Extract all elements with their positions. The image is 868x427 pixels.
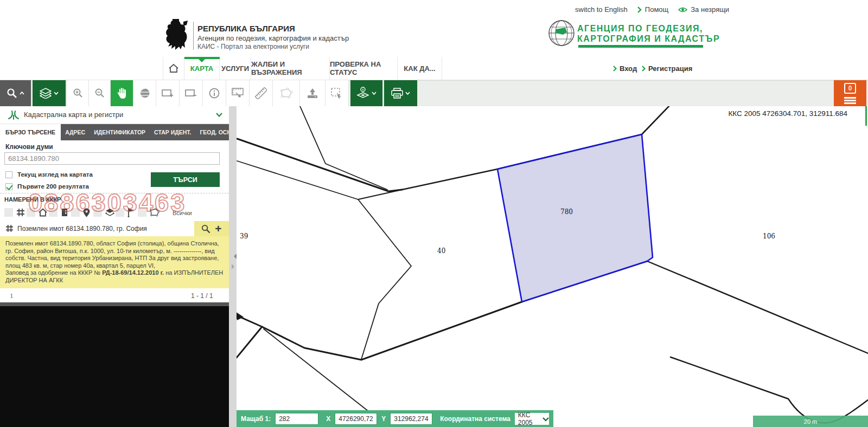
parcel-label: 39 bbox=[240, 232, 248, 240]
chevron-down-icon bbox=[372, 92, 376, 95]
switch-language-link[interactable]: switch to English bbox=[575, 5, 628, 14]
measure-area-button[interactable] bbox=[226, 80, 250, 106]
register-label: Регистрация bbox=[648, 64, 692, 73]
cart-menu-button[interactable]: 0 bbox=[834, 80, 866, 106]
nav-tab-how-to[interactable]: КАК ДА... bbox=[398, 57, 442, 80]
tab-address[interactable]: АДРЕС bbox=[61, 124, 90, 140]
cadastral-map-graphics[interactable] bbox=[237, 106, 868, 427]
login-label: Вход bbox=[620, 64, 637, 73]
panel-empty-area bbox=[0, 306, 229, 427]
map-pin-filter-icon[interactable] bbox=[83, 208, 90, 217]
print-button[interactable] bbox=[384, 80, 418, 106]
home-icon bbox=[168, 63, 179, 73]
highlighted-parcel-780[interactable] bbox=[497, 134, 653, 302]
current-view-label: Текущ изглед на картата bbox=[17, 171, 93, 178]
first-200-checkbox[interactable] bbox=[5, 183, 12, 190]
filter-chip-none[interactable] bbox=[4, 208, 13, 217]
menu-line bbox=[844, 102, 856, 104]
agency-logo-underline bbox=[578, 45, 703, 48]
page-number[interactable]: 1 bbox=[10, 292, 14, 300]
chevron-down-icon bbox=[405, 92, 410, 95]
search-icon bbox=[7, 88, 17, 99]
search-submit-button[interactable]: ТЪРСИ bbox=[151, 172, 220, 187]
printer-icon bbox=[391, 88, 403, 99]
keywords-label: Ключови думи bbox=[5, 143, 53, 151]
search-tool-button[interactable] bbox=[0, 80, 31, 106]
tab-label: АДРЕС bbox=[65, 129, 85, 135]
first-200-label: Първите 200 резултата bbox=[17, 183, 89, 190]
nav-label: КАРТА bbox=[190, 64, 213, 73]
zoom-to-result-icon[interactable] bbox=[201, 224, 210, 234]
filter-chip-building[interactable] bbox=[49, 208, 58, 217]
home-filter-icon[interactable] bbox=[39, 208, 47, 217]
grid-filter-icon[interactable] bbox=[16, 208, 25, 217]
filter-all-link[interactable]: Всички bbox=[173, 210, 192, 216]
result-detail-text: Поземлен имот 68134.1890.780, област Соф… bbox=[5, 240, 219, 269]
y-label: Y bbox=[381, 415, 386, 423]
page-range: 1 - 1 / 1 bbox=[191, 292, 213, 300]
nav-tab-status-check[interactable]: ПРОВЕРКА НА СТАТУС bbox=[330, 57, 398, 80]
filter-chip-parcel[interactable] bbox=[27, 208, 35, 217]
tab-label: БЪРЗО ТЪРСЕНЕ bbox=[5, 129, 55, 135]
layers-filter-icon[interactable] bbox=[105, 208, 114, 217]
building-filter-icon[interactable] bbox=[61, 208, 68, 217]
eye-icon bbox=[678, 7, 687, 13]
filter-chip-layers[interactable] bbox=[93, 208, 102, 217]
register-link[interactable]: Регистрация bbox=[642, 64, 692, 73]
nav-home-button[interactable] bbox=[163, 57, 184, 80]
zoom-out-button[interactable] bbox=[89, 80, 111, 106]
nav-tab-complaints[interactable]: ЖАЛБИ И ВЪЗРАЖЕНИЯ bbox=[251, 57, 330, 80]
filter-chip-polygon[interactable] bbox=[138, 208, 146, 217]
cadastral-map-icon[interactable] bbox=[8, 110, 20, 120]
draw-polygon-button[interactable] bbox=[273, 80, 300, 106]
parcel-label: 780 bbox=[560, 208, 573, 216]
ruler-icon bbox=[255, 87, 267, 99]
pan-tool-button[interactable] bbox=[111, 80, 133, 106]
crs-value: ККС 2005 bbox=[518, 411, 546, 426]
layers-tool-button[interactable] bbox=[33, 80, 66, 106]
select-features-button[interactable] bbox=[326, 80, 349, 106]
help-link[interactable]: Помощ bbox=[637, 5, 668, 14]
zoom-in-button[interactable] bbox=[67, 80, 89, 106]
measure-area-icon bbox=[232, 88, 244, 99]
rect-zoom-in-icon bbox=[162, 88, 174, 98]
add-result-icon[interactable]: + bbox=[215, 223, 221, 234]
filter-chip-flag[interactable] bbox=[116, 208, 124, 217]
accessibility-link[interactable]: За незрящи bbox=[678, 5, 729, 14]
zoom-rect-in-button[interactable] bbox=[156, 80, 180, 106]
current-view-checkbox[interactable] bbox=[5, 171, 12, 178]
zoom-rect-out-button[interactable] bbox=[180, 80, 203, 106]
measure-distance-button[interactable] bbox=[250, 80, 273, 106]
polygon-filter-icon[interactable] bbox=[150, 208, 159, 217]
panel-collapse-chevron-icon[interactable] bbox=[216, 113, 222, 117]
result-order-number: РД-18-69/14.12.2010 г. bbox=[102, 269, 164, 276]
map-edge-marker bbox=[865, 106, 867, 126]
world-extent-button[interactable] bbox=[133, 80, 156, 106]
login-link[interactable]: Вход bbox=[613, 64, 637, 73]
portal-subtitle: КАИС - Портал за електронни услуги bbox=[197, 43, 309, 50]
keywords-input[interactable] bbox=[4, 152, 220, 165]
result-detail-box: Поземлен имот 68134.1890.780, област Соф… bbox=[0, 236, 229, 288]
identify-layers-button[interactable] bbox=[350, 80, 383, 106]
nav-tab-services[interactable]: УСЛУГИ bbox=[220, 57, 251, 80]
agency-logo-line2: КАРТОГРАФИЯ И КАДАСТЪР bbox=[577, 34, 720, 44]
cursor-coordinates-readout: ККС 2005 4726304.701, 312911.684 bbox=[722, 109, 847, 118]
tab-quick-search[interactable]: БЪРЗО ТЪРСЕНЕ bbox=[0, 124, 61, 140]
y-coordinate-input[interactable] bbox=[390, 413, 432, 425]
identify-layers-icon bbox=[356, 87, 369, 100]
tab-old-identifier[interactable]: СТАР ИДЕНТ. bbox=[150, 124, 195, 140]
upload-button[interactable] bbox=[300, 80, 326, 106]
result-order-prefix: Заповед за одобрение на КККР № bbox=[5, 269, 102, 276]
info-tool-button[interactable] bbox=[203, 80, 226, 106]
chevron-up-icon bbox=[20, 92, 24, 95]
crs-select-chevron-icon[interactable] bbox=[542, 417, 549, 422]
flag-filter-icon[interactable] bbox=[127, 208, 135, 217]
x-coordinate-input[interactable] bbox=[335, 413, 377, 425]
hand-pan-icon bbox=[117, 87, 127, 99]
tab-identifier[interactable]: ИДЕНТИФИКАТОР bbox=[90, 124, 150, 140]
scale-input[interactable] bbox=[275, 413, 318, 425]
collapse-panel-arrow-icon[interactable] bbox=[231, 254, 237, 259]
filter-chip-point[interactable] bbox=[71, 208, 80, 217]
scale-label: Мащаб 1: bbox=[241, 415, 271, 423]
tab-label: ИДЕНТИФИКАТОР bbox=[94, 129, 145, 135]
